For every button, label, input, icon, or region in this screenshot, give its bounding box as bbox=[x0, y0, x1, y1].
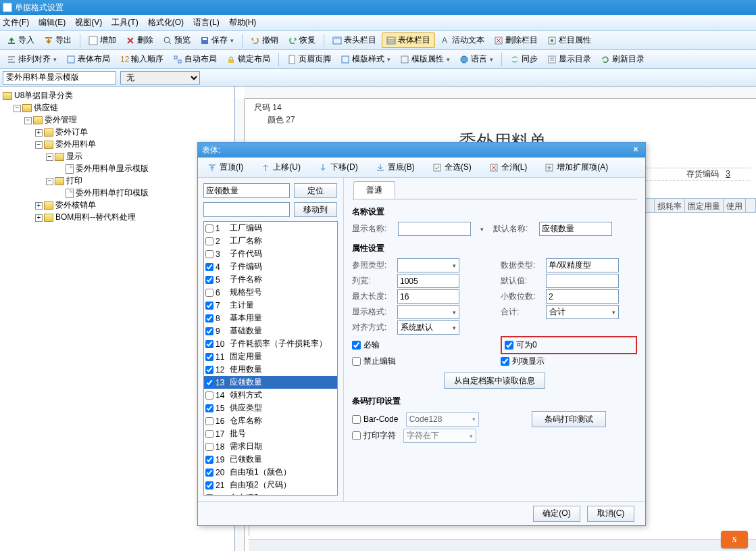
down-button[interactable]: 下移(D) bbox=[314, 160, 362, 174]
list-item[interactable]: 14领料方式 bbox=[204, 389, 337, 402]
list-item[interactable]: 9基础数量 bbox=[204, 325, 337, 337]
list-item-checkbox[interactable] bbox=[205, 289, 213, 297]
grid-col[interactable]: 固定用量 bbox=[685, 199, 724, 212]
top-button[interactable]: 置顶(I) bbox=[203, 160, 247, 174]
add-button[interactable]: 增加 bbox=[84, 33, 120, 47]
redo-button[interactable]: 恢复 bbox=[284, 33, 320, 47]
defaultname-input[interactable] bbox=[539, 222, 612, 236]
colshow-checkbox[interactable] bbox=[501, 357, 509, 366]
locklayout-button[interactable]: 锁定布局 bbox=[222, 52, 274, 66]
align-select[interactable]: 系统默认▾ bbox=[397, 320, 459, 335]
maxlen-input[interactable] bbox=[397, 289, 459, 304]
displayformat-select[interactable]: ▾ bbox=[397, 305, 459, 319]
bodylayout-button[interactable]: 表体布局 bbox=[62, 52, 114, 66]
list-item[interactable]: 5子件名称 bbox=[204, 273, 337, 286]
list-item-checkbox[interactable] bbox=[205, 404, 213, 412]
list-item-checkbox[interactable] bbox=[205, 237, 213, 245]
menu-format[interactable]: 格式化(O) bbox=[148, 17, 184, 28]
list-item[interactable]: 3子件代码 bbox=[204, 247, 337, 260]
list-item-checkbox[interactable] bbox=[205, 224, 213, 233]
required-checkbox[interactable] bbox=[352, 341, 361, 350]
printchar-checkbox[interactable] bbox=[352, 431, 361, 440]
moveto-button[interactable]: 移动到 bbox=[294, 202, 337, 217]
align-button[interactable]: 排列对齐▾ bbox=[3, 52, 61, 66]
up-button[interactable]: 上移(U) bbox=[257, 160, 305, 174]
list-item[interactable]: 11固定用量 bbox=[204, 350, 337, 363]
noedit-checkbox[interactable] bbox=[352, 357, 361, 366]
template-name-field[interactable] bbox=[3, 71, 116, 85]
moveto-input[interactable] bbox=[203, 202, 290, 217]
dialog-titlebar[interactable]: 表体: × bbox=[198, 143, 645, 158]
chevron-down-icon[interactable]: ▾ bbox=[480, 226, 484, 233]
list-item[interactable]: 19已领数量 bbox=[204, 453, 337, 466]
preview-button[interactable]: 预览 bbox=[159, 33, 195, 47]
headcol-button[interactable]: 表头栏目 bbox=[328, 33, 380, 47]
language-button[interactable]: 语言▾ bbox=[455, 52, 497, 66]
list-item[interactable]: 8基本用量 bbox=[204, 312, 337, 325]
list-item[interactable]: 16仓库名称 bbox=[204, 414, 337, 427]
menu-view[interactable]: 视图(V) bbox=[75, 17, 102, 28]
autolayout-button[interactable]: 自动布局 bbox=[169, 52, 221, 66]
colwidth-input[interactable] bbox=[397, 274, 459, 288]
defaultvalue-input[interactable] bbox=[546, 274, 619, 288]
list-item[interactable]: 18需求日期 bbox=[204, 440, 337, 453]
list-item-checkbox[interactable] bbox=[205, 353, 213, 361]
bodycol-button[interactable]: 表体栏目 bbox=[382, 32, 435, 48]
ok-button[interactable]: 确定(O) bbox=[533, 506, 580, 522]
readarchive-button[interactable]: 从自定档案中读取信息 bbox=[444, 373, 545, 389]
sum-select[interactable]: 合计▾ bbox=[546, 305, 619, 319]
list-item-checkbox[interactable] bbox=[205, 469, 213, 477]
menu-file[interactable]: 文件(F) bbox=[3, 17, 29, 28]
list-item[interactable]: 7主计量 bbox=[204, 299, 337, 312]
grid-col[interactable]: 使用 bbox=[724, 199, 746, 212]
export-button[interactable]: 导出 bbox=[40, 33, 76, 47]
list-item-checkbox[interactable] bbox=[205, 443, 213, 451]
list-item[interactable]: 20自由项1（颜色） bbox=[204, 466, 337, 479]
displayname-input[interactable] bbox=[398, 222, 471, 236]
list-item-checkbox[interactable] bbox=[205, 456, 213, 464]
refreshcatalog-button[interactable]: 刷新目录 bbox=[597, 52, 649, 66]
barcode-type-select[interactable]: Code128▾ bbox=[406, 412, 479, 427]
printchar-select[interactable]: 字符在下▾ bbox=[403, 429, 476, 443]
menu-tools[interactable]: 工具(T) bbox=[111, 17, 138, 28]
list-item-checkbox[interactable] bbox=[205, 314, 213, 322]
barcode-test-button[interactable]: 条码打印测试 bbox=[532, 411, 606, 427]
decimal-input[interactable] bbox=[546, 289, 619, 304]
locate-button[interactable]: 定位 bbox=[294, 183, 337, 198]
template-filter-select[interactable]: 无 bbox=[120, 71, 200, 85]
tplstyle-button[interactable]: 模版样式▾ bbox=[336, 52, 395, 66]
activetext-button[interactable]: A活动文本 bbox=[436, 33, 488, 47]
list-item-checkbox[interactable] bbox=[205, 366, 213, 374]
bottom-button[interactable]: 置底(B) bbox=[372, 160, 419, 174]
list-item-checkbox[interactable] bbox=[205, 250, 213, 258]
sync-button[interactable]: 同步 bbox=[506, 52, 542, 66]
menu-language[interactable]: 语言(L) bbox=[193, 17, 220, 28]
pagehf-button[interactable]: 页眉页脚 bbox=[283, 52, 335, 66]
list-item[interactable]: 10子件耗损率（子件损耗率） bbox=[204, 337, 337, 350]
delete-button[interactable]: 删除 bbox=[122, 33, 157, 47]
save-button[interactable]: 保存▾ bbox=[196, 33, 238, 47]
datatype-input[interactable] bbox=[546, 258, 619, 272]
cancel-button[interactable]: 取消(C) bbox=[587, 506, 634, 522]
allowzero-checkbox[interactable] bbox=[505, 341, 513, 350]
list-item-checkbox[interactable] bbox=[205, 276, 213, 284]
column-listbox[interactable]: 1工厂编码2工厂名称3子件代码4子件编码5子件名称6规格型号7主计量8基本用量9… bbox=[203, 221, 338, 496]
list-item-checkbox[interactable] bbox=[205, 379, 213, 387]
list-item[interactable]: 12使用数量 bbox=[204, 363, 337, 376]
close-button[interactable]: × bbox=[630, 145, 641, 155]
list-item-checkbox[interactable] bbox=[205, 430, 213, 438]
inputorder-button[interactable]: 12输入顺序 bbox=[116, 52, 168, 66]
list-item-checkbox[interactable] bbox=[205, 327, 213, 335]
list-item[interactable]: 21自由项2（尺码） bbox=[204, 479, 337, 492]
delcol-button[interactable]: 删除栏目 bbox=[490, 33, 542, 47]
list-item[interactable]: 13应领数量 bbox=[204, 376, 337, 389]
addextension-button[interactable]: 增加扩展项(A) bbox=[540, 160, 612, 174]
list-item-checkbox[interactable] bbox=[205, 340, 213, 348]
locate-input[interactable] bbox=[203, 183, 290, 198]
menu-help[interactable]: 帮助(H) bbox=[229, 17, 257, 28]
reftype-select[interactable]: ▾ bbox=[397, 258, 459, 272]
list-item-checkbox[interactable] bbox=[205, 302, 213, 310]
list-item-checkbox[interactable] bbox=[205, 391, 213, 400]
colprops-button[interactable]: 栏目属性 bbox=[543, 33, 595, 47]
tree-item[interactable]: +委外订单 bbox=[35, 126, 232, 138]
